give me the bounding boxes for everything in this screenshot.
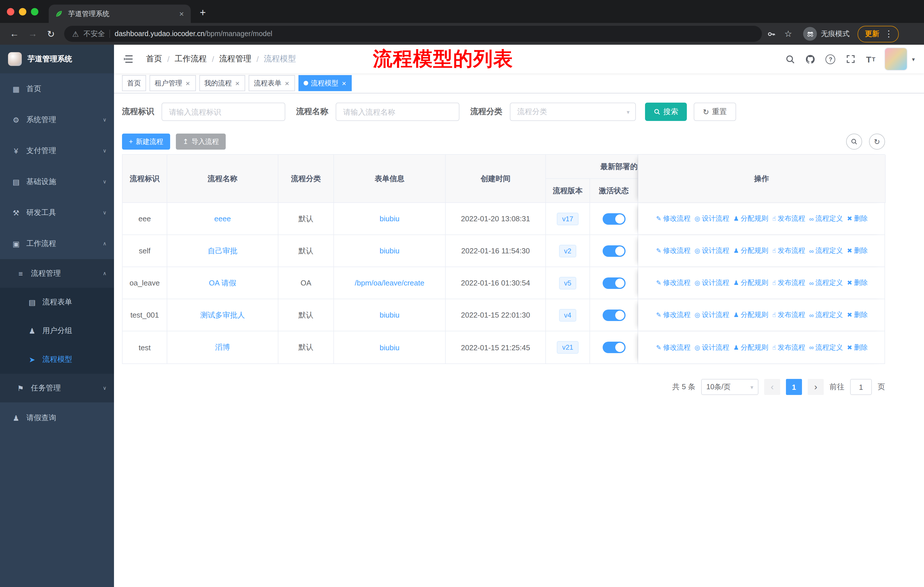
op-assign-rule-link[interactable]: ♟分配规则 <box>733 310 768 320</box>
op-edit-link[interactable]: ✎修改流程 <box>656 310 691 320</box>
op-assign-rule-link[interactable]: ♟分配规则 <box>733 214 768 223</box>
sidebar-item-home[interactable]: ▦ 首页 <box>0 73 114 104</box>
update-chip[interactable]: 更新 ⋮ <box>858 25 899 42</box>
sidebar-item-process-form[interactable]: ▤ 流程表单 <box>0 288 114 316</box>
sidebar-fold-icon[interactable] <box>123 54 134 64</box>
form-info-link[interactable]: biubiu <box>380 246 399 255</box>
help-icon[interactable]: ? <box>825 53 837 65</box>
close-icon[interactable]: × <box>284 79 290 88</box>
close-icon[interactable]: × <box>342 79 347 88</box>
address-bar[interactable]: ⚠ 不安全 dashboard.yudao.iocoder.cn/bpm/man… <box>64 26 762 42</box>
github-icon[interactable] <box>805 53 816 65</box>
op-definition-link[interactable]: ∞流程定义 <box>809 246 843 256</box>
op-publish-link[interactable]: ☝发布流程 <box>772 310 805 320</box>
fullscreen-icon[interactable] <box>845 53 856 65</box>
reload-button[interactable]: ↻ <box>42 25 59 42</box>
close-window-button[interactable] <box>7 8 14 15</box>
browser-menu-icon[interactable]: ⋮ <box>882 29 895 39</box>
process-name-link[interactable]: 测试多审批人 <box>200 310 245 320</box>
op-definition-link[interactable]: ∞流程定义 <box>809 342 843 352</box>
op-publish-link[interactable]: ☝发布流程 <box>772 246 805 256</box>
breadcrumb-item[interactable]: 首页 <box>146 54 162 64</box>
op-publish-link[interactable]: ☝发布流程 <box>772 342 805 352</box>
op-edit-link[interactable]: ✎修改流程 <box>656 342 691 352</box>
op-design-link[interactable]: ◎设计流程 <box>695 246 729 256</box>
op-definition-link[interactable]: ∞流程定义 <box>809 278 843 288</box>
tag-home[interactable]: 首页 <box>122 75 146 91</box>
close-icon[interactable]: × <box>185 79 190 88</box>
zoom-window-button[interactable] <box>31 8 38 15</box>
sidebar-item-leave-query[interactable]: ♟ 请假查询 <box>0 402 114 433</box>
process-name-input[interactable] <box>336 103 459 121</box>
sidebar-item-system-management[interactable]: ⚙ 系统管理 ∨ <box>0 104 114 135</box>
process-name-link[interactable]: OA 请假 <box>209 278 236 288</box>
toggle-search-button[interactable] <box>846 134 862 150</box>
form-info-link[interactable]: /bpm/oa/leave/create <box>355 279 424 287</box>
tab-close-icon[interactable]: × <box>178 9 185 18</box>
sidebar-item-workflow[interactable]: ▣ 工作流程 ∧ <box>0 228 114 259</box>
page-size-select[interactable]: 10条/页 ▾ <box>701 379 759 395</box>
font-size-icon[interactable]: TT <box>865 53 876 65</box>
op-design-link[interactable]: ◎设计流程 <box>695 278 729 288</box>
page-1-button[interactable]: 1 <box>786 379 802 395</box>
op-delete-link[interactable]: ✖删除 <box>847 246 868 256</box>
create-process-button[interactable]: + 新建流程 <box>122 134 170 150</box>
op-delete-link[interactable]: ✖删除 <box>847 278 868 288</box>
category-select[interactable]: 流程分类 ▾ <box>510 103 636 121</box>
op-assign-rule-link[interactable]: ♟分配规则 <box>733 278 768 288</box>
op-assign-rule-link[interactable]: ♟分配规则 <box>733 246 768 256</box>
op-edit-link[interactable]: ✎修改流程 <box>656 246 691 256</box>
security-label[interactable]: 不安全 <box>83 29 105 39</box>
active-toggle[interactable] <box>602 342 625 353</box>
bookmark-star-icon[interactable]: ☆ <box>780 26 796 42</box>
sidebar-item-payment-management[interactable]: ¥ 支付管理 ∨ <box>0 135 114 166</box>
op-delete-link[interactable]: ✖删除 <box>847 310 868 320</box>
op-design-link[interactable]: ◎设计流程 <box>695 214 729 223</box>
minimize-window-button[interactable] <box>19 8 26 15</box>
process-name-link[interactable]: 滔博 <box>215 342 230 352</box>
active-toggle[interactable] <box>602 309 625 321</box>
breadcrumb-item[interactable]: 工作流程 <box>175 54 207 64</box>
active-toggle[interactable] <box>602 245 625 256</box>
chevron-down-icon[interactable]: ▾ <box>912 56 915 62</box>
breadcrumb-item[interactable]: 流程管理 <box>219 54 251 64</box>
browser-tab[interactable]: 芋道管理系统 × <box>49 5 191 23</box>
form-info-link[interactable]: biubiu <box>380 311 399 319</box>
active-toggle[interactable] <box>602 213 625 225</box>
sidebar-item-infrastructure[interactable]: ▤ 基础设施 ∨ <box>0 166 114 197</box>
active-toggle[interactable] <box>602 277 625 289</box>
op-definition-link[interactable]: ∞流程定义 <box>809 310 843 320</box>
op-publish-link[interactable]: ☝发布流程 <box>772 278 805 288</box>
op-design-link[interactable]: ◎设计流程 <box>695 310 729 320</box>
sidebar-item-process-model[interactable]: ➤ 流程模型 <box>0 345 114 374</box>
process-name-link[interactable]: eeee <box>214 214 231 223</box>
next-page-button[interactable]: › <box>808 379 824 395</box>
op-definition-link[interactable]: ∞流程定义 <box>809 214 843 223</box>
form-info-link[interactable]: biubiu <box>380 343 399 352</box>
forward-button[interactable]: → <box>24 25 41 42</box>
tag-tenant-management[interactable]: 租户管理 × <box>150 75 196 91</box>
sidebar-item-user-group[interactable]: ♟ 用户分组 <box>0 316 114 345</box>
reset-button[interactable]: ↻ 重置 <box>694 103 736 121</box>
user-avatar[interactable] <box>885 48 907 70</box>
close-icon[interactable]: × <box>234 79 240 88</box>
tag-my-process[interactable]: 我的流程 × <box>199 75 245 91</box>
tag-process-form[interactable]: 流程表单 × <box>249 75 295 91</box>
import-process-button[interactable]: ↥ 导入流程 <box>176 134 226 150</box>
op-delete-link[interactable]: ✖删除 <box>847 342 868 352</box>
password-key-icon[interactable] <box>763 26 779 42</box>
process-key-input[interactable] <box>162 103 285 121</box>
form-info-link[interactable]: biubiu <box>380 214 399 223</box>
op-assign-rule-link[interactable]: ♟分配规则 <box>733 342 768 352</box>
op-design-link[interactable]: ◎设计流程 <box>695 342 729 352</box>
sidebar-item-process-management[interactable]: ≡ 流程管理 ∧ <box>0 259 114 288</box>
op-edit-link[interactable]: ✎修改流程 <box>656 278 691 288</box>
sidebar-item-task-management[interactable]: ⚑ 任务管理 ∨ <box>0 374 114 402</box>
goto-page-input[interactable] <box>850 379 872 395</box>
op-publish-link[interactable]: ☝发布流程 <box>772 214 805 223</box>
prev-page-button[interactable]: ‹ <box>764 379 780 395</box>
op-delete-link[interactable]: ✖删除 <box>847 214 868 223</box>
new-tab-button[interactable]: + <box>194 4 211 21</box>
tag-process-model[interactable]: 流程模型 × <box>299 75 352 91</box>
sidebar-item-dev-tools[interactable]: ⚒ 研发工具 ∨ <box>0 197 114 228</box>
